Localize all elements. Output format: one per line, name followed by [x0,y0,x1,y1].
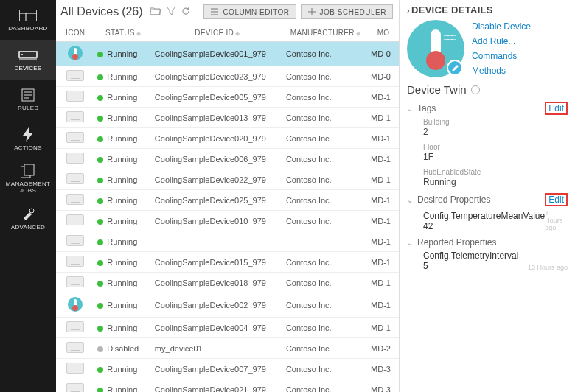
table-row[interactable]: Running CoolingSampleDevice025_979 Conto… [56,190,399,211]
cell-icon [56,293,94,318]
sidebar-item-devices[interactable]: DEVICES [0,40,56,80]
device-box-icon [66,363,84,374]
table-row[interactable]: Running CoolingSampleDevice004_979 Conto… [56,318,399,338]
group-reported-header[interactable]: ⌄ Reported Properties [407,237,568,248]
cell-manufacturer: Contoso Inc. [283,318,368,338]
page-title: All Devices (26) [60,5,143,18]
col-icon[interactable]: ICON [56,24,94,42]
folder-open-icon[interactable] [150,7,161,18]
edit-avatar-button[interactable] [447,60,463,76]
cell-icon [56,66,94,87]
sidebar-label: MANAGEMENT JOBS [0,181,56,194]
cell-icon [56,231,94,252]
advanced-icon [18,208,38,221]
status-dot-icon [97,388,103,392]
reported-prop: Config.TelemetryInterval 5 13 Hours ago [423,251,568,271]
column-editor-button[interactable]: COLUMN EDITOR [203,4,296,19]
cell-manufacturer: Contoso Inc. [283,211,368,231]
cell-device-id: CoolingSampleDevice010_979 [152,211,283,231]
table-row[interactable]: Running CoolingSampleDevice013_979 Conto… [56,108,399,128]
table-row[interactable]: Disabled my_device01 Contoso Inc. MD-2 [56,338,399,359]
sidebar-label: DASHBOARD [8,25,47,32]
svg-rect-0 [19,10,37,21]
device-twin-title: Device Twin i [407,83,568,96]
sidebar-item-management-jobs[interactable]: MANAGEMENT JOBS [0,159,56,199]
status-dot-icon [97,239,103,245]
table-row[interactable]: Running CoolingSampleDevice001_979 Conto… [56,42,399,66]
table-row[interactable]: Running CoolingSampleDevice005_979 Conto… [56,87,399,108]
cell-status: Running [94,108,152,128]
sidebar-label: ACTIONS [14,144,42,151]
add-rule-link[interactable]: Add Rule... [472,36,531,46]
info-icon[interactable]: i [471,85,480,94]
cell-model: MD-1 [368,128,399,149]
cell-device-id: CoolingSampleDevice023_979 [152,66,283,87]
col-device-id[interactable]: DEVICE ID◆ [152,24,283,42]
sidebar-label: ADVANCED [11,224,45,231]
dashboard-icon [18,9,38,22]
cell-device-id: CoolingSampleDevice022_979 [152,169,283,190]
table-row[interactable]: Running CoolingSampleDevice023_979 Conto… [56,66,399,87]
table-row[interactable]: Running CoolingSampleDevice015_979 Conto… [56,252,399,273]
table-row[interactable]: Running MD-1 [56,231,399,252]
cell-manufacturer: Contoso Inc. [283,338,368,359]
button-label: JOB SCHEDULER [320,8,386,16]
sidebar-item-actions[interactable]: ACTIONS [0,119,56,159]
sidebar-label: RULES [18,105,38,111]
jobs-icon [18,164,38,178]
cell-model: MD-1 [368,108,399,128]
cell-device-id: CoolingSampleDevice001_979 [152,42,283,66]
col-model[interactable]: MO [368,24,399,42]
sidebar-item-advanced[interactable]: ADVANCED [0,199,56,239]
sidebar-item-rules[interactable]: RULES [0,80,56,119]
sidebar-item-dashboard[interactable]: DASHBOARD [0,0,56,40]
table-row[interactable]: Running CoolingSampleDevice006_979 Conto… [56,149,399,169]
details-panel: › DEVICE DETAILS — — —— — —— — — Disable… [400,0,575,392]
cell-status: Running [94,211,152,231]
table-row[interactable]: Running CoolingSampleDevice021_979 Conto… [56,379,399,393]
col-status[interactable]: STATUS◆ [94,24,152,42]
table-row[interactable]: Running CoolingSampleDevice020_979 Conto… [56,128,399,149]
cell-status: Running [94,293,152,318]
cell-device-id: CoolingSampleDevice015_979 [152,252,283,273]
methods-link[interactable]: Methods [472,66,531,76]
chevron-down-icon: ⌄ [407,105,417,113]
title-text: All Devices [60,5,119,18]
edit-desired-link[interactable]: Edit [548,195,564,205]
device-box-icon [66,256,84,267]
status-text: Running [107,175,137,184]
edit-tags-link[interactable]: Edit [548,103,564,113]
table-row[interactable]: Running CoolingSampleDevice022_979 Conto… [56,169,399,190]
table-row[interactable]: Running CoolingSampleDevice002_979 Conto… [56,293,399,318]
cell-model: MD-1 [368,293,399,318]
cell-manufacturer: Contoso Inc. [283,169,368,190]
cell-device-id: CoolingSampleDevice005_979 [152,87,283,108]
topbar: All Devices (26) COLUMN EDITOR JOB SCHED… [56,0,399,24]
col-manufacturer[interactable]: MANUFACTURER◆ [283,24,368,42]
commands-link[interactable]: Commands [472,51,531,61]
group-desired-header[interactable]: ⌄ Desired Properties Edit [407,193,568,206]
cell-manufacturer: Contoso Inc. [283,87,368,108]
table-row[interactable]: Running CoolingSampleDevice018_979 Conto… [56,273,399,293]
filter-icon[interactable] [167,7,175,18]
thermometer-icon [68,297,83,312]
cell-status: Running [94,318,152,338]
cell-icon [56,359,94,379]
cell-icon [56,273,94,293]
cell-status: Running [94,66,152,87]
group-tags-header[interactable]: ⌄ Tags Edit [407,102,568,115]
details-title: › DEVICE DETAILS [407,4,568,15]
columns-icon [210,7,219,16]
device-table-wrap[interactable]: ICON STATUS◆ DEVICE ID◆ MANUFACTURER◆ MO… [56,24,399,392]
cell-icon [56,108,94,128]
cell-status: Running [94,42,152,66]
cell-status: Disabled [94,338,152,359]
table-row[interactable]: Running CoolingSampleDevice010_979 Conto… [56,211,399,231]
refresh-icon[interactable] [181,7,190,18]
job-scheduler-button[interactable]: JOB SCHEDULER [301,4,393,19]
cell-model: MD-1 [368,318,399,338]
table-row[interactable]: Running CoolingSampleDevice007_979 Conto… [56,359,399,379]
cell-icon [56,252,94,273]
cell-model: MD-1 [368,87,399,108]
disable-device-link[interactable]: Disable Device [472,21,531,32]
